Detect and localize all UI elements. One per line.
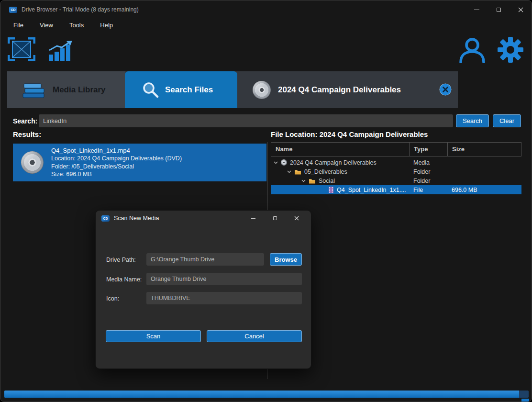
menu-bar: File View Tools Help: [0, 19, 532, 31]
column-header-type[interactable]: Type: [410, 143, 448, 156]
drive-path-label: Drive Path:: [106, 257, 136, 263]
expander-icon[interactable]: [301, 179, 306, 182]
tree-row[interactable]: 2024 Q4 Campaign Deliverables Media: [271, 158, 521, 167]
dialog-titlebar: CD Scan New Media: [96, 211, 311, 226]
folder-icon: [309, 178, 316, 184]
dialog-title: Scan New Media: [114, 215, 159, 222]
results-label: Results:: [13, 130, 41, 138]
result-text: Q4_Spot_LinkedIn_1x1.mp4 Location: 2024 …: [51, 147, 182, 179]
menu-view[interactable]: View: [40, 22, 53, 29]
progress-bar: [4, 391, 529, 398]
tree-row-label: 2024 Q4 Campaign Deliverables: [290, 159, 377, 166]
tree-row-type: Folder: [409, 168, 447, 175]
column-header-name[interactable]: Name: [271, 143, 410, 156]
browse-button[interactable]: Browse: [270, 253, 302, 266]
expander-icon[interactable]: [287, 170, 291, 173]
tab-close-icon: [439, 83, 452, 96]
app-window: CD Drive Browser - Trial Mode (8 days re…: [0, 0, 532, 402]
tree-row-size: 696.0 MB: [447, 187, 521, 193]
books-icon: [22, 81, 45, 99]
file-location-table: Name Type Size 2024 Q4 Campaign Delivera…: [271, 142, 521, 194]
app-logo-icon: CD: [9, 7, 17, 13]
close-icon: [294, 216, 299, 221]
app-logo-icon: CD: [101, 215, 110, 222]
app-logo-text: CD: [103, 217, 108, 220]
window-controls: [466, 0, 532, 19]
column-header-size[interactable]: Size: [448, 143, 521, 156]
table-header: Name Type Size: [271, 142, 521, 156]
tree-row[interactable]: 05_Deliverables Folder: [271, 167, 521, 176]
menu-file[interactable]: File: [13, 22, 23, 29]
file-location-title: File Location: 2024 Q4 Campaign Delivera…: [271, 130, 428, 138]
user-profile-icon[interactable]: [458, 37, 486, 65]
menu-help[interactable]: Help: [100, 22, 113, 29]
maximize-icon: [497, 8, 501, 12]
menu-tools[interactable]: Tools: [69, 22, 84, 29]
window-title: Drive Browser - Trial Mode (8 days remai…: [22, 6, 139, 13]
disc-icon: [21, 151, 44, 174]
search-label: Search:: [13, 117, 37, 125]
maximize-button[interactable]: [488, 0, 510, 19]
dialog-maximize-button[interactable]: [264, 211, 286, 226]
media-file-icon: [328, 187, 334, 193]
folder-icon: [294, 169, 301, 175]
scan-media-icon[interactable]: [8, 37, 35, 63]
scan-button[interactable]: Scan: [106, 330, 201, 342]
tab-strip: Media Library Search Files 2024 Q4 Campa…: [7, 71, 458, 108]
tree-row-selected[interactable]: Q4_Spot_LinkedIn_1x1.... File 696.0 MB: [271, 185, 521, 194]
result-folder: Folder: /05_Deliverables/Social: [51, 163, 182, 171]
magnifier-icon: [142, 81, 159, 99]
scan-new-media-dialog: CD Scan New Media Drive Path: Browse Med…: [95, 210, 311, 369]
chart-icon[interactable]: [48, 40, 73, 63]
search-input[interactable]: [39, 114, 453, 127]
tab-disc[interactable]: 2024 Q4 Campaign Deliverables: [237, 71, 458, 108]
resize-grip[interactable]: [521, 399, 529, 402]
tab-close-button[interactable]: [439, 83, 452, 96]
dialog-close-button[interactable]: [286, 211, 307, 226]
media-name-label: Media Name:: [106, 276, 142, 283]
tab-search-files-label: Search Files: [165, 85, 213, 95]
app-logo-text: CD: [11, 8, 15, 11]
tree-rows: 2024 Q4 Campaign Deliverables Media 05_D…: [271, 158, 521, 194]
settings-gear-icon[interactable]: [497, 36, 524, 65]
tree-row-label: Social: [319, 178, 335, 184]
tree-row-label: Q4_Spot_LinkedIn_1x1....: [337, 187, 406, 193]
tree-row-type: Folder: [409, 178, 447, 184]
result-size: Size: 696.0 MB: [51, 170, 182, 179]
result-location: Location: 2024 Q4 Campaign Deliverables …: [51, 155, 182, 163]
expander-icon[interactable]: [274, 161, 278, 164]
minimize-icon: [251, 218, 255, 219]
dialog-window-controls: [243, 211, 311, 226]
result-filename: Q4_Spot_LinkedIn_1x1.mp4: [51, 147, 182, 155]
media-name-input[interactable]: [146, 273, 302, 285]
tree-row-type: Media: [409, 159, 447, 166]
tab-media-library[interactable]: Media Library: [7, 71, 125, 108]
tree-row-label: 05_Deliverables: [304, 168, 347, 175]
tab-search-files[interactable]: Search Files: [125, 71, 237, 108]
icon-label: Icon:: [106, 295, 119, 302]
disc-icon: [253, 81, 271, 99]
cancel-button[interactable]: Cancel: [207, 330, 302, 342]
progress-fill: [4, 391, 519, 398]
result-item[interactable]: Q4_Spot_LinkedIn_1x1.mp4 Location: 2024 …: [13, 144, 266, 181]
dialog-minimize-button[interactable]: [243, 211, 264, 226]
tree-row-type: File: [409, 187, 447, 193]
tab-media-library-label: Media Library: [53, 85, 106, 95]
search-button[interactable]: Search: [456, 114, 489, 127]
clear-button[interactable]: Clear: [493, 114, 521, 127]
minimize-button[interactable]: [466, 0, 488, 19]
close-icon: [518, 7, 523, 12]
tab-disc-label: 2024 Q4 Campaign Deliverables: [278, 85, 401, 95]
drive-path-input[interactable]: [146, 253, 264, 266]
maximize-icon: [273, 216, 277, 220]
minimize-icon: [474, 10, 479, 10]
close-button[interactable]: [510, 0, 532, 19]
tree-row[interactable]: Social Folder: [271, 176, 521, 185]
titlebar: CD Drive Browser - Trial Mode (8 days re…: [0, 0, 532, 19]
disc-icon: [281, 159, 287, 166]
icon-input[interactable]: [146, 292, 302, 304]
